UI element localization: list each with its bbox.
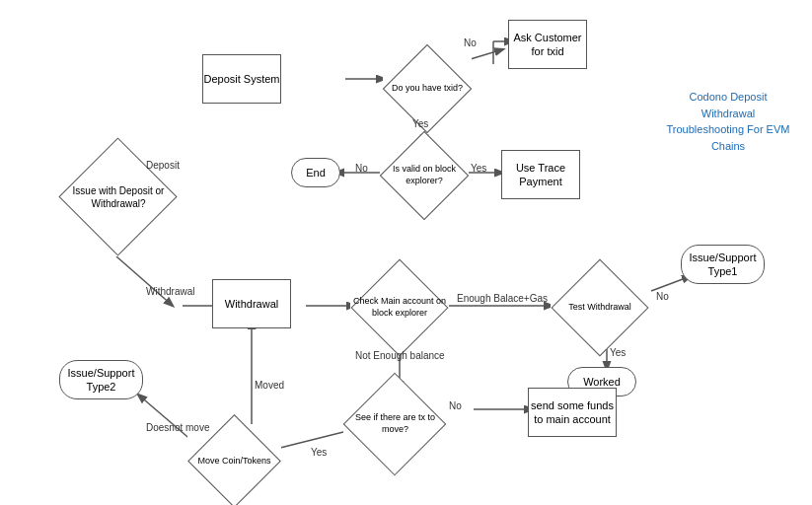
check-main-diamond: Check Main account on block explorer (350, 268, 449, 347)
svg-line-1 (116, 256, 173, 306)
label-see-yes: Yes (311, 447, 327, 458)
label-moved: Moved (255, 380, 284, 391)
issue-type1-box: Issue/Support Type1 (681, 245, 765, 284)
flowchart-diagram: Issue with Deposit or Withdrawal? Deposi… (0, 0, 812, 505)
label-yes-txid: Yes (412, 118, 428, 129)
label-no-txid: No (464, 37, 477, 48)
issue-type2-box: Issue/Support Type2 (59, 360, 143, 399)
label-not-enough: Not Enough balance (355, 350, 445, 361)
test-withdrawal-diamond: Test Withdrawal (551, 268, 649, 347)
label-test-yes: Yes (610, 347, 626, 358)
send-funds-box: send some funds to main account (528, 388, 617, 437)
label-does-not-move: Doesnot move (146, 422, 209, 433)
withdrawal-box: Withdrawal (212, 279, 291, 328)
label-no-valid: No (355, 163, 368, 174)
start-diamond: Issue with Deposit or Withdrawal? (59, 138, 178, 256)
label-yes-valid: Yes (471, 163, 486, 174)
valid-block-diamond: Is valid on block explorer? (380, 141, 469, 210)
ask-customer-box: Ask Customer for txid (508, 20, 587, 69)
end-box: End (291, 158, 340, 187)
move-coin-diamond: Move Coin/Tokens (187, 424, 281, 498)
page-title: Codono Deposit Withdrawal Troubleshootin… (664, 89, 792, 154)
label-test-no: No (656, 291, 669, 302)
see-tx-diamond: See if there are tx to move? (343, 385, 447, 464)
label-deposit: Deposit (146, 160, 180, 171)
label-withdrawal: Withdrawal (146, 286, 194, 297)
use-trace-box: Use Trace Payment (501, 150, 580, 199)
deposit-system-box: Deposit System (202, 54, 281, 104)
label-see-no: No (449, 400, 462, 411)
label-enough-gas: Enough Balace+Gas (457, 293, 548, 304)
